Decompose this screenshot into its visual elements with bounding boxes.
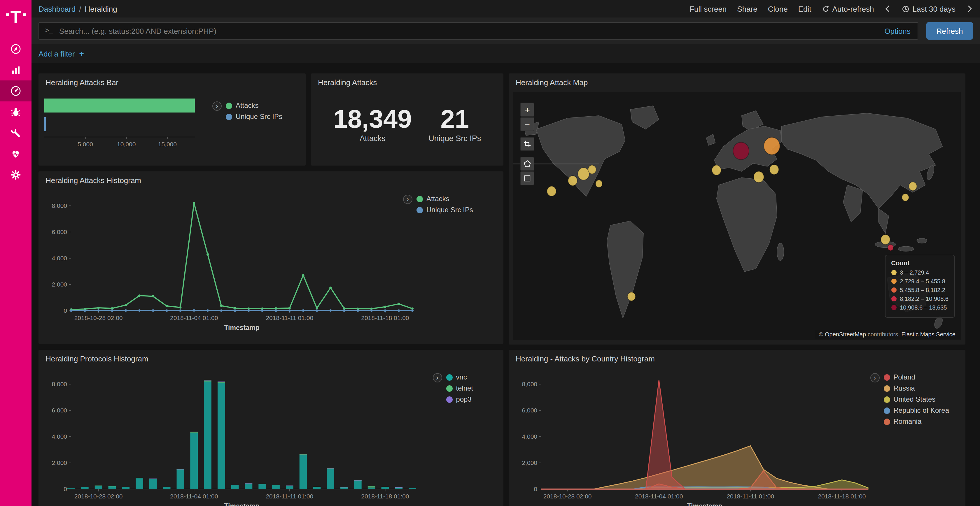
sidebar-item-tools[interactable] — [0, 122, 32, 143]
fullscreen-button[interactable]: Full screen — [689, 5, 727, 13]
svg-text:10,000: 10,000 — [117, 141, 135, 148]
topbar-actions: Full screen Share Clone Edit Auto-refres… — [689, 5, 973, 13]
legend-item[interactable]: Attacks — [417, 195, 473, 203]
draw-polygon-button[interactable] — [520, 157, 535, 171]
search-input[interactable] — [58, 26, 880, 36]
copyright-symbol: © — [819, 331, 825, 338]
elastic-maps-service-link[interactable]: Elastic Maps Service — [901, 331, 956, 338]
svg-text:2018-11-11 01:00: 2018-11-11 01:00 — [727, 493, 774, 500]
attacks-histogram-chart[interactable]: 02,0004,0006,0008,0002018-10-28 02:00201… — [42, 188, 418, 335]
map-legend-row: 2,729.4 – 5,455.8 — [891, 278, 948, 284]
legend-toggle-icon[interactable]: › — [403, 195, 412, 204]
zoom-out-button[interactable]: − — [520, 117, 535, 131]
svg-text:2018-11-04 01:00: 2018-11-04 01:00 — [170, 314, 218, 321]
panel-heralding-attacks-histogram: Heralding Attacks Histogram 02,0004,0006… — [38, 171, 503, 344]
clone-button[interactable]: Clone — [768, 5, 788, 13]
metric-attacks: 18,349 Attacks — [333, 106, 412, 143]
panel-attacks-by-country-histogram: Heralding - Attacks by Country Histogram… — [509, 350, 966, 506]
protocols-histogram-chart[interactable]: 02,0004,0006,0008,0002018-10-28 02:00201… — [42, 367, 418, 506]
attacks-bar-chart[interactable]: 5,00010,00015,000 — [42, 95, 217, 153]
breadcrumb-dashboard-link[interactable]: Dashboard — [38, 5, 76, 13]
sidebar-item-visualize[interactable] — [0, 59, 32, 81]
panel-heralding-attacks-bar: Heralding Attacks Bar 5,00010,00015,000 … — [38, 73, 305, 165]
legend-items: AttacksUnique Src IPs — [226, 102, 282, 124]
time-range-label: Last 30 days — [913, 5, 956, 13]
legend-item[interactable]: Republic of Korea — [883, 406, 949, 414]
sidebar-item-compass[interactable] — [0, 38, 32, 59]
query-bar: >_ Options Refresh — [32, 17, 980, 44]
breadcrumb-separator: / — [79, 5, 81, 13]
sidebar-item-management[interactable] — [0, 164, 32, 186]
chart-legend: › AttacksUnique Src IPs — [212, 102, 282, 124]
logo-dot-right — [23, 13, 25, 16]
map-legend-row: 3 – 2,729.4 — [891, 269, 948, 276]
map-count-legend: Count 3 – 2,729.42,729.4 – 5,455.85,455.… — [885, 255, 955, 318]
svg-text:6,000: 6,000 — [522, 407, 537, 414]
svg-text:2018-11-18 01:00: 2018-11-18 01:00 — [818, 493, 865, 500]
chart-legend: › PolandRussiaUnited StatesRepublic of K… — [870, 373, 949, 428]
attack-map[interactable]: + − — [513, 92, 961, 340]
legend-toggle-icon[interactable]: › — [870, 373, 880, 382]
panel-title: Heralding Attacks Histogram — [38, 171, 503, 186]
legend-items: vnctelnetpop3 — [446, 373, 473, 406]
query-options-link[interactable]: Options — [885, 27, 911, 35]
gear-icon — [10, 169, 22, 181]
fit-bounds-button[interactable] — [520, 137, 535, 151]
country-histogram-chart[interactable]: 02,0004,0006,0008,0002018-10-28 02:00201… — [512, 367, 874, 506]
telekom-logo[interactable]: T — [0, 0, 32, 34]
add-filter-button[interactable]: Add a filter + — [38, 49, 84, 58]
svg-text:2018-11-18 01:00: 2018-11-18 01:00 — [361, 314, 409, 321]
refresh-button[interactable]: Refresh — [926, 22, 973, 40]
plus-icon: + — [80, 49, 84, 58]
sidebar-item-monitoring[interactable] — [0, 143, 32, 164]
legend-item[interactable]: vnc — [446, 373, 473, 381]
map-attribution: © OpenStreetMap contributors, Elastic Ma… — [815, 330, 959, 339]
bar-chart-icon — [10, 64, 22, 76]
zoom-in-button[interactable]: + — [520, 103, 535, 117]
clock-icon — [902, 5, 910, 13]
share-button[interactable]: Share — [737, 5, 757, 13]
sidebar-item-attacks[interactable] — [0, 102, 32, 122]
legend-item[interactable]: Poland — [883, 373, 949, 381]
openstreetmap-link[interactable]: OpenStreetMap — [825, 331, 866, 338]
wrench-icon — [10, 127, 22, 139]
sidebar-nav — [0, 38, 32, 186]
panel-heralding-attack-map: Heralding Attack Map — [509, 73, 966, 344]
logo-dot-left — [6, 13, 9, 16]
panel-heralding-protocols-histogram: Heralding Protocols Histogram 02,0004,00… — [38, 350, 503, 506]
time-forward-button[interactable] — [966, 5, 973, 12]
legend-item[interactable]: telnet — [446, 384, 473, 392]
panel-title: Heralding Protocols Histogram — [38, 350, 503, 364]
legend-item[interactable]: Attacks — [226, 102, 282, 109]
top-navigation: Dashboard / Heralding Full screen Share … — [32, 0, 980, 17]
legend-item[interactable]: pop3 — [446, 395, 473, 403]
time-back-button[interactable] — [885, 5, 892, 12]
edit-button[interactable]: Edit — [798, 5, 811, 13]
legend-toggle-icon[interactable]: › — [212, 102, 222, 111]
metric-label: Unique Src IPs — [428, 134, 481, 143]
legend-item[interactable]: Romania — [883, 417, 949, 425]
svg-text:4,000: 4,000 — [522, 433, 537, 440]
draw-rectangle-button[interactable] — [520, 171, 535, 186]
auto-refresh-label: Auto-refresh — [832, 5, 874, 13]
legend-item[interactable]: Unique Src IPs — [226, 113, 282, 121]
heartbeat-icon — [10, 148, 22, 160]
svg-text:2018-11-18 01:00: 2018-11-18 01:00 — [361, 493, 409, 500]
svg-text:0: 0 — [64, 307, 67, 314]
svg-text:6,000: 6,000 — [52, 407, 67, 414]
add-filter-label: Add a filter — [38, 49, 75, 58]
legend-toggle-icon[interactable]: › — [433, 373, 442, 382]
legend-item[interactable]: United States — [883, 395, 949, 403]
svg-text:2018-11-04 01:00: 2018-11-04 01:00 — [170, 493, 218, 500]
content-area: Dashboard / Heralding Full screen Share … — [32, 0, 980, 506]
legend-items: AttacksUnique Src IPs — [417, 195, 473, 217]
metric-unique-src-ips: 21 Unique Src IPs — [428, 106, 481, 143]
time-picker-button[interactable]: Last 30 days — [902, 5, 956, 13]
filter-bar: Add a filter + — [32, 44, 980, 63]
sidebar-item-dashboard[interactable] — [0, 81, 32, 102]
legend-item[interactable]: Russia — [883, 384, 949, 392]
panel-title: Heralding - Attacks by Country Histogram — [509, 350, 966, 364]
legend-item[interactable]: Unique Src IPs — [417, 206, 473, 214]
auto-refresh-button[interactable]: Auto-refresh — [822, 5, 874, 13]
svg-text:4,000: 4,000 — [52, 255, 67, 262]
